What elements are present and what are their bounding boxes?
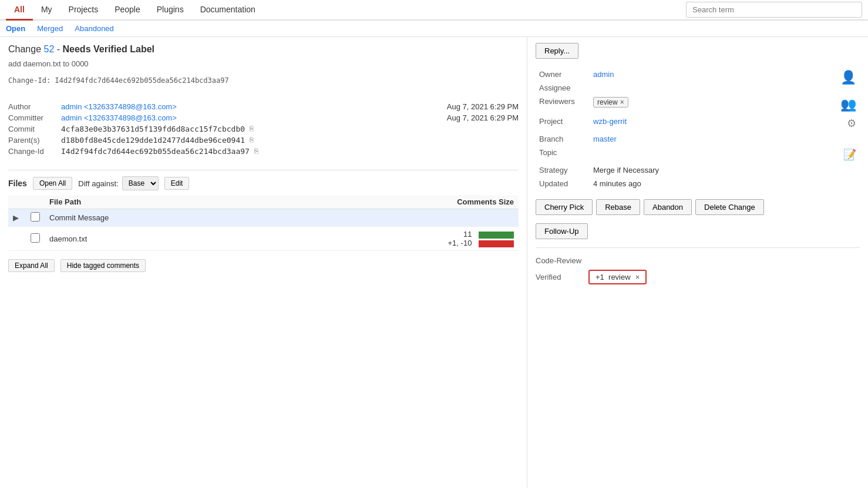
filepath-cell-2: daemon.txt <box>45 227 271 251</box>
expand-cell[interactable]: ▶ <box>8 209 26 227</box>
table-row: ▶ Commit Message <box>8 209 519 227</box>
secondary-action-buttons: Follow-Up <box>536 223 860 239</box>
assignee-label: Assignee <box>537 82 590 94</box>
file-checkbox-2[interactable] <box>31 233 40 243</box>
search-input[interactable] <box>686 2 862 18</box>
branch-row: Branch master <box>537 133 859 145</box>
diff-against-label: Diff against: <box>78 179 118 188</box>
nav-plugins[interactable]: Plugins <box>149 0 192 21</box>
edit-button[interactable]: Edit <box>164 177 190 190</box>
committer-label: Committer <box>8 113 61 122</box>
project-value: wzb-gerrit <box>591 115 797 132</box>
bottom-bar: Expand All Hide tagged comments <box>8 259 519 272</box>
comments-size-cell-2: 11 +1, -10 <box>271 227 519 251</box>
abandon-button[interactable]: Abandon <box>644 199 692 215</box>
changeid-row: Change-Id I4d2f94fdc7d644ec692b055dea56c… <box>8 147 519 156</box>
change-number: 52 <box>44 44 55 54</box>
divider <box>536 247 860 248</box>
committer-date: Aug 7, 2021 6:29 PM <box>447 113 519 122</box>
parents-value: d18b0fd8e45cde129dde1d2477d44dbe96ce0941 <box>61 136 245 145</box>
owner-value: admin <box>591 68 797 81</box>
col-comments-size: Comments Size <box>271 195 519 209</box>
rebase-button[interactable]: Rebase <box>596 199 640 215</box>
commit-row: Commit 4cfa83e0e3b37631d5f139fd6d8acc15f… <box>8 125 519 133</box>
parents-copy-icon[interactable]: ⎘ <box>250 136 254 145</box>
author-value[interactable]: admin <13263374898@163.com> <box>61 102 177 111</box>
commit-copy-icon[interactable]: ⎘ <box>250 125 254 133</box>
author-label: Author <box>8 102 61 111</box>
committer-row: Committer admin <13263374898@163.com> Au… <box>8 113 519 122</box>
change-id-line: Change-Id: I4d2f94fdc7d644ec692b055dea56… <box>8 76 519 85</box>
project-link[interactable]: wzb-gerrit <box>593 117 627 126</box>
commit-info-section: Author admin <13263374898@163.com> Aug 7… <box>8 102 519 156</box>
reviewer-remove-icon[interactable]: × <box>620 98 624 106</box>
top-nav: All My Projects People Plugins Documenta… <box>0 0 868 21</box>
col-check <box>26 195 45 209</box>
action-buttons: Cherry Pick Rebase Abandon Delete Change <box>536 199 860 215</box>
file-checkbox[interactable] <box>31 212 40 222</box>
add-reviewer-icon[interactable]: 👤 <box>840 70 856 85</box>
verified-remove-icon[interactable]: × <box>635 273 640 281</box>
main-content: Change 52 - Needs Verified Label add dae… <box>0 37 868 488</box>
subnav-open[interactable]: Open <box>6 24 25 33</box>
diff-against-select[interactable]: Base <box>122 176 159 190</box>
committer-value[interactable]: admin <13263374898@163.com> <box>61 113 177 122</box>
files-table: File Path Comments Size ▶ Commit Message <box>8 195 519 251</box>
verified-reviewer-name: review <box>608 273 631 281</box>
subnav-merged[interactable]: Merged <box>37 24 63 33</box>
nav-people[interactable]: People <box>106 0 149 21</box>
search-box <box>686 2 862 18</box>
hide-tagged-button[interactable]: Hide tagged comments <box>60 259 146 272</box>
follow-up-button[interactable]: Follow-Up <box>536 223 588 239</box>
nav-my[interactable]: My <box>33 0 60 21</box>
author-date: Aug 7, 2021 6:29 PM <box>447 102 519 111</box>
comments-size-cell <box>271 209 519 227</box>
meta-table: Owner admin 👤 Assignee Reviewers review <box>536 67 860 191</box>
nav-all[interactable]: All <box>6 0 33 21</box>
verified-score: +1 <box>596 273 604 281</box>
commit-desc: add daemon.txt to 0000 <box>8 59 519 68</box>
branch-link[interactable]: master <box>593 135 617 143</box>
changeid-copy-icon[interactable]: ⎘ <box>254 147 258 156</box>
reviewers-value: review × <box>591 95 797 114</box>
expand-icon[interactable]: ▶ <box>13 213 19 222</box>
strategy-value: Merge if Necessary <box>591 164 797 176</box>
open-all-button[interactable]: Open All <box>33 177 72 190</box>
expand-all-button[interactable]: Expand All <box>8 259 55 272</box>
diff-against-container: Diff against: Base <box>78 176 158 190</box>
reply-button[interactable]: Reply... <box>536 43 578 59</box>
edit-topic-icon[interactable]: 📝 <box>843 149 856 160</box>
settings-icon[interactable]: ⚙ <box>847 118 856 129</box>
changeid-value: I4d2f94fdc7d644ec692b055dea56c214bcd3aa9… <box>61 147 250 156</box>
project-label: Project <box>537 115 590 132</box>
topic-row: Topic 📝 <box>537 146 859 163</box>
cherry-pick-button[interactable]: Cherry Pick <box>536 199 593 215</box>
commit-value: 4cfa83e0e3b37631d5f139fd6d8acc15f7cbcdb0 <box>61 125 245 133</box>
files-header: Files Open All Diff against: Base Edit <box>8 176 519 190</box>
verified-label: Verified <box>536 273 588 281</box>
nav-links: All My Projects People Plugins Documenta… <box>6 0 686 19</box>
size-num-delta: +1, -10 <box>448 239 472 247</box>
assignee-value <box>591 82 797 94</box>
reviewers-row: Reviewers review × 👥 <box>537 95 859 114</box>
col-expand <box>8 195 26 209</box>
change-title: Change 52 - Needs Verified Label <box>8 44 519 55</box>
size-bar-red <box>479 240 514 247</box>
review-section: Code-Review Verified +1 review × <box>536 256 860 284</box>
owner-link[interactable]: admin <box>593 70 614 79</box>
delete-change-button[interactable]: Delete Change <box>695 199 764 215</box>
subnav-abandoned[interactable]: Abandoned <box>75 24 114 33</box>
topic-label: Topic <box>537 146 590 163</box>
nav-documentation[interactable]: Documentation <box>192 0 264 21</box>
parents-label: Parent(s) <box>8 136 61 145</box>
changeid-label: Change-Id <box>8 147 61 156</box>
nav-projects[interactable]: Projects <box>60 0 107 21</box>
change-name: Needs Verified Label <box>63 44 155 54</box>
owner-label: Owner <box>537 68 590 81</box>
files-table-header: File Path Comments Size <box>8 195 519 209</box>
commit-label: Commit <box>8 125 61 133</box>
table-row: daemon.txt 11 +1, -10 <box>8 227 519 251</box>
check-cell-2 <box>26 227 45 251</box>
branch-label: Branch <box>537 133 590 145</box>
remove-reviewer-icon[interactable]: 👥 <box>840 97 856 112</box>
